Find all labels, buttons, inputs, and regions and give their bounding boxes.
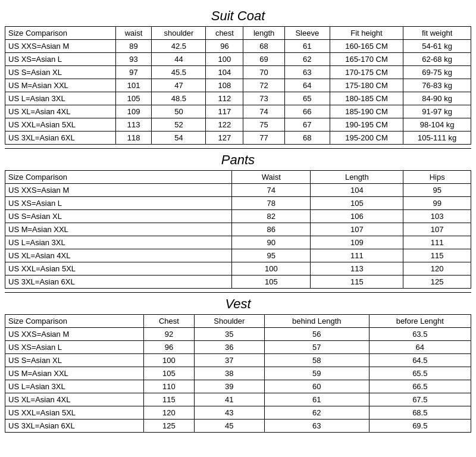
pants-cell: 105	[311, 197, 403, 210]
vest-cell: 120	[144, 406, 194, 420]
suit-cell: US S=Asian XL	[5, 66, 116, 79]
pants-row: US S=Asian XL82106103	[5, 210, 471, 223]
vest-cell: 67.5	[369, 393, 471, 406]
pants-cell: 99	[403, 197, 471, 210]
suit-cell: US XL=Asian 4XL	[5, 105, 116, 118]
suit-col-header: chest	[206, 27, 243, 40]
pants-cell: 115	[403, 249, 471, 262]
suit-cell: 62-68 kg	[403, 53, 471, 66]
pants-cell: 115	[311, 276, 403, 289]
suit-cell: 101	[115, 79, 152, 92]
suit-cell: US L=Asian 3XL	[5, 92, 116, 105]
suit-cell: 73	[243, 92, 284, 105]
vest-cell: 105	[144, 367, 194, 380]
pants-cell: 90	[232, 236, 311, 249]
vest-row: US 3XL=Asian 6XL125456369.5	[5, 420, 471, 433]
suit-cell: 42.5	[152, 40, 206, 53]
suit-cell: 93	[115, 53, 152, 66]
pants-row: US L=Asian 3XL90109111	[5, 236, 471, 249]
pants-cell: 106	[311, 210, 403, 223]
suit-cell: 77	[243, 132, 284, 145]
suit-cell: 68	[243, 40, 284, 53]
pants-cell: 74	[232, 184, 311, 197]
pants-cell: 103	[403, 210, 471, 223]
suit-cell: 54	[152, 132, 206, 145]
vest-cell: US XXL=Asian 5XL	[5, 406, 144, 420]
vest-cell: 68.5	[369, 406, 471, 420]
suit-cell: 61	[284, 40, 330, 53]
suit-cell: 117	[206, 105, 243, 118]
vest-cell: 58	[265, 354, 369, 367]
vest-cell: 45	[194, 420, 264, 433]
suit-cell: 118	[115, 132, 152, 145]
suit-col-header: Sleeve	[284, 27, 330, 40]
suit-title: Suit Coat	[5, 5, 471, 26]
suit-row: US M=Asian XXL101471087264175-180 CM76-8…	[5, 79, 471, 92]
suit-cell: 64	[284, 79, 330, 92]
vest-cell: 41	[194, 393, 264, 406]
vest-cell: 69.5	[369, 420, 471, 433]
pants-col-header: Size Comparison	[5, 171, 232, 184]
pants-cell: 113	[311, 262, 403, 276]
vest-cell: 100	[144, 354, 194, 367]
vest-cell: US L=Asian 3XL	[5, 380, 144, 393]
vest-cell: 37	[194, 354, 264, 367]
pants-cell: 95	[403, 184, 471, 197]
pants-row: US XXL=Asian 5XL100113120	[5, 262, 471, 276]
suit-cell: 127	[206, 132, 243, 145]
pants-row: US M=Asian XXL86107107	[5, 223, 471, 236]
suit-cell: 108	[206, 79, 243, 92]
pants-col-header: Hips	[403, 171, 471, 184]
suit-cell: 91-97 kg	[403, 105, 471, 118]
vest-cell: 110	[144, 380, 194, 393]
suit-row: US L=Asian 3XL10548.51127365180-185 CM84…	[5, 92, 471, 105]
suit-cell: 96	[206, 40, 243, 53]
suit-cell: 67	[284, 118, 330, 132]
suit-col-header: fit weight	[403, 27, 471, 40]
vest-cell: 59	[265, 367, 369, 380]
vest-cell: 125	[144, 420, 194, 433]
suit-col-header: length	[243, 27, 284, 40]
suit-cell: 48.5	[152, 92, 206, 105]
suit-cell: 170-175 CM	[330, 66, 403, 79]
vest-title: Vest	[5, 292, 471, 314]
pants-title: Pants	[5, 148, 471, 170]
vest-cell: 36	[194, 341, 264, 354]
vest-row: US XXL=Asian 5XL120436268.5	[5, 406, 471, 420]
vest-row: US XXS=Asian M92355663.5	[5, 328, 471, 341]
vest-header-row: Size ComparisonChestShoulderbehind Lengt…	[5, 315, 471, 328]
pants-cell: US L=Asian 3XL	[5, 236, 232, 249]
suit-row: US XXL=Asian 5XL113521227567190-195 CM98…	[5, 118, 471, 132]
vest-cell: 65.5	[369, 367, 471, 380]
suit-col-header: waist	[115, 27, 152, 40]
suit-cell: 69-75 kg	[403, 66, 471, 79]
vest-col-header: before Lenght	[369, 315, 471, 328]
vest-cell: 38	[194, 367, 264, 380]
suit-cell: 84-90 kg	[403, 92, 471, 105]
vest-cell: 63	[265, 420, 369, 433]
pants-cell: 125	[403, 276, 471, 289]
pants-cell: 111	[403, 236, 471, 249]
pants-cell: 78	[232, 197, 311, 210]
suit-cell: 122	[206, 118, 243, 132]
vest-cell: US XL=Asian 4XL	[5, 393, 144, 406]
suit-cell: 112	[206, 92, 243, 105]
suit-cell: 45.5	[152, 66, 206, 79]
pants-header-row: Size ComparisonWaistLengthHips	[5, 171, 471, 184]
vest-section: Vest Size ComparisonChestShoulderbehind …	[5, 292, 471, 433]
pants-cell: US XS=Asian L	[5, 197, 232, 210]
vest-cell: 62	[265, 406, 369, 420]
pants-cell: US XL=Asian 4XL	[5, 249, 232, 262]
suit-cell: 185-190 CM	[330, 105, 403, 118]
suit-cell: 98-104 kg	[403, 118, 471, 132]
suit-cell: 68	[284, 132, 330, 145]
vest-row: US M=Asian XXL105385965.5	[5, 367, 471, 380]
pants-row: US 3XL=Asian 6XL105115125	[5, 276, 471, 289]
vest-cell: 43	[194, 406, 264, 420]
vest-cell: 115	[144, 393, 194, 406]
suit-cell: 105-111 kg	[403, 132, 471, 145]
vest-col-header: Chest	[144, 315, 194, 328]
suit-cell: 89	[115, 40, 152, 53]
pants-cell: 82	[232, 210, 311, 223]
pants-cell: 104	[311, 184, 403, 197]
